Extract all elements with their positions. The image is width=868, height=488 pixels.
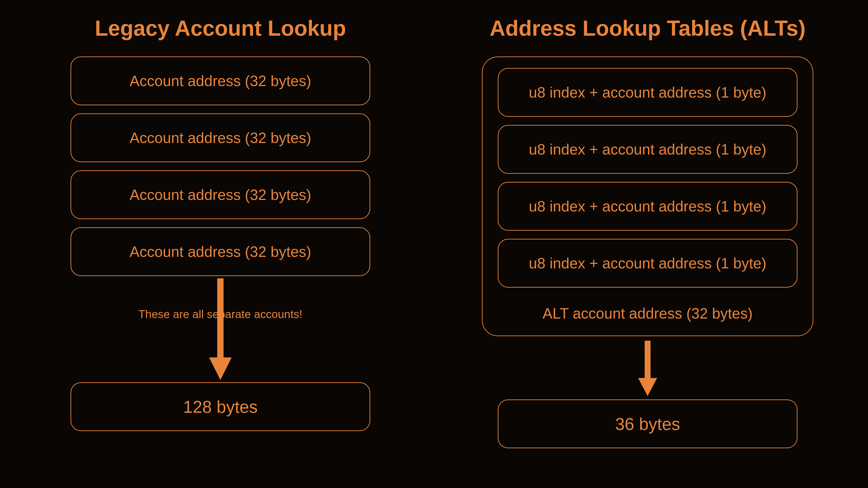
alt-entry: u8 index + account address (1 byte) [498,239,798,288]
legacy-entry: Account address (32 bytes) [70,227,370,276]
alt-arrow-zone [482,336,814,399]
alt-column: Address Lookup Tables (ALTs) u8 index + … [482,16,814,488]
legacy-result: 128 bytes [70,382,370,431]
arrow-down-icon [205,276,236,382]
legacy-caption: These are all separate accounts! [138,308,302,321]
legacy-entry: Account address (32 bytes) [70,57,370,105]
legacy-stack: Account address (32 bytes) Account addre… [71,57,370,276]
legacy-entry: Account address (32 bytes) [70,170,370,219]
columns: Legacy Account Lookup Account address (3… [54,0,814,488]
alt-result: 36 bytes [498,399,798,448]
legacy-title: Legacy Account Lookup [95,16,346,41]
legacy-entry: Account address (32 bytes) [70,113,370,162]
legacy-arrow-zone: These are all separate accounts! [54,276,386,382]
alt-entry: u8 index + account address (1 byte) [498,68,798,117]
svg-marker-1 [209,357,232,380]
svg-marker-3 [638,378,657,396]
legacy-column: Legacy Account Lookup Account address (3… [54,16,386,488]
alt-table-address-label: ALT account address (32 bytes) [542,305,752,322]
alt-title: Address Lookup Tables (ALTs) [490,16,805,41]
alt-entry: u8 index + account address (1 byte) [498,125,798,174]
arrow-down-icon [634,338,661,397]
alt-entry: u8 index + account address (1 byte) [498,182,798,231]
alt-table-container: u8 index + account address (1 byte) u8 i… [482,57,813,336]
diagram-canvas: Legacy Account Lookup Account address (3… [0,0,868,488]
